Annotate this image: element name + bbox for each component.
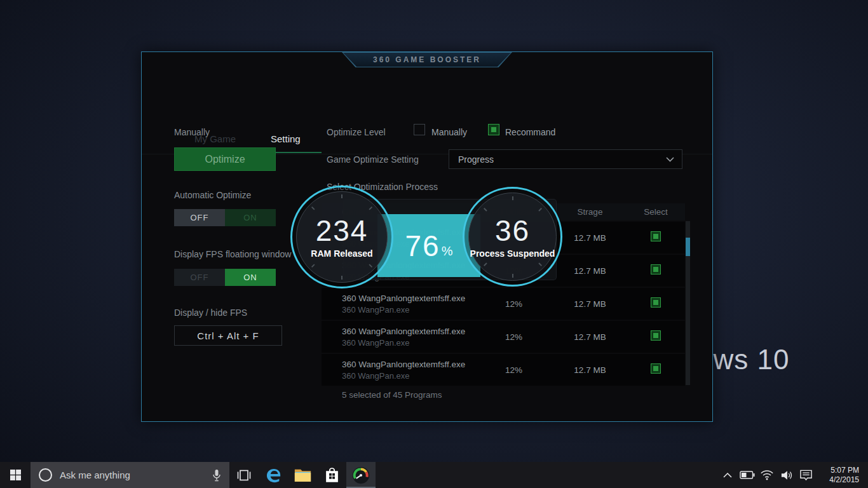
windows-store-icon <box>324 467 340 483</box>
optimize-level-label: Optimize Level <box>327 127 386 137</box>
fps-hotkey-button[interactable]: Ctrl + Alt + F <box>174 325 282 346</box>
game-optimize-setting-dropdown[interactable]: Progress <box>449 149 682 169</box>
chevron-down-icon <box>666 157 674 162</box>
tab-setting[interactable]: Setting <box>271 133 301 144</box>
cpu-value: 12% <box>474 365 553 375</box>
gauge-tick <box>341 194 342 198</box>
volume-icon <box>780 470 794 481</box>
row-select-checkbox[interactable] <box>651 264 661 274</box>
file-explorer-icon <box>294 468 311 482</box>
game-optimize-setting-label: Game Optimize Setting <box>327 154 419 165</box>
cpu-value: 12% <box>474 332 553 342</box>
action-center-icon <box>799 469 813 481</box>
battery-status[interactable] <box>737 471 757 479</box>
table-row[interactable]: 360 WangPanlongtextemfsff.exe360 WangPan… <box>322 354 685 386</box>
task-view-button[interactable] <box>229 462 259 488</box>
ram-released-label: RAM Released <box>311 248 372 259</box>
row-select-checkbox[interactable] <box>651 330 661 341</box>
gauge-tick <box>341 276 342 280</box>
process-suspended-label: Process Suspended <box>470 248 555 259</box>
tray-expand-button[interactable] <box>717 473 737 478</box>
edge-icon <box>265 466 282 484</box>
cortana-icon <box>39 468 52 482</box>
optimize-button[interactable]: Optimize <box>174 147 276 171</box>
manually-section-label: Manually <box>174 127 210 137</box>
gauge-tick <box>512 274 513 278</box>
ram-released-value: 234 <box>316 215 369 246</box>
row-select-checkbox[interactable] <box>651 363 661 374</box>
gauge-tick <box>369 264 372 268</box>
file-explorer-button[interactable] <box>288 462 317 488</box>
clock-date: 4/2/2015 <box>818 475 859 485</box>
battery-icon <box>740 471 755 479</box>
automatic-optimize-toggle[interactable]: OFF ON <box>174 209 276 226</box>
row-select-checkbox[interactable] <box>651 297 661 308</box>
taskbar-clock[interactable]: 5:07 PM 4/2/2015 <box>818 466 859 485</box>
process-subname: 360 WangPan.exe <box>342 305 474 315</box>
fps-floating-window-toggle[interactable]: OFF ON <box>174 269 276 286</box>
toggle-off-option[interactable]: OFF <box>174 209 225 226</box>
gauge-tick <box>311 207 315 210</box>
table-scrollbar[interactable] <box>686 221 690 385</box>
storage-value: 12.7 MB <box>553 332 627 342</box>
ram-released-gauge: 234 RAM Released <box>290 186 393 288</box>
storage-value: 12.7 MB <box>553 266 627 276</box>
progress-percent-unit: % <box>442 244 453 259</box>
search-placeholder: Ask me anything <box>60 470 212 480</box>
volume-status[interactable] <box>776 470 796 481</box>
system-tray: 5:07 PM 4/2/2015 <box>717 462 868 488</box>
process-suspended-value: 36 <box>495 215 530 246</box>
toggle-on-option[interactable]: ON <box>225 209 276 226</box>
toggle-on-option[interactable]: ON <box>225 269 276 286</box>
search-input[interactable]: Ask me anything <box>31 462 229 488</box>
fps-floating-window-label: Display FPS floationg window <box>174 249 291 259</box>
process-suspended-gauge: 36 Process Suspended <box>463 187 562 287</box>
recommand-checkbox[interactable] <box>488 124 499 135</box>
storage-value: 12.7 MB <box>553 299 627 309</box>
gauge-tick <box>369 207 372 210</box>
process-name: 360 WangPanlongtextemfsff.exe <box>342 360 474 369</box>
microphone-icon[interactable] <box>212 469 221 482</box>
header-strage: Strage <box>553 207 627 217</box>
automatic-optimize-label: Automatic Optimize <box>174 190 251 200</box>
progress-percent-value: 76 <box>405 229 440 263</box>
gauge-tick <box>484 208 487 212</box>
action-center-button[interactable] <box>796 469 816 481</box>
row-select-checkbox[interactable] <box>651 231 661 241</box>
gauge-tick <box>484 262 487 266</box>
toggle-off-option[interactable]: OFF <box>174 269 225 286</box>
tray-expand-icon <box>723 473 732 478</box>
table-row[interactable]: 360 WangPanlongtextemfsff.exe360 WangPan… <box>322 288 685 320</box>
desktop-background: ows 10 360 GAME BOOSTER My Game Setting … <box>0 0 868 488</box>
game-booster-taskbar-button[interactable] <box>346 462 376 488</box>
process-subname: 360 WangPan.exe <box>342 338 474 348</box>
clock-time: 5:07 PM <box>818 466 859 475</box>
task-view-icon <box>236 469 252 482</box>
storage-value: 12.7 MB <box>553 233 627 243</box>
gauge-tick <box>512 196 513 200</box>
table-row[interactable]: 360 WangPanlongtextemfsff.exe360 WangPan… <box>322 321 685 353</box>
process-name: 360 WangPanlongtextemfsff.exe <box>342 294 474 303</box>
game-booster-icon <box>352 466 370 484</box>
wifi-status[interactable] <box>757 470 776 480</box>
display-hide-fps-label: Display / hide FPS <box>174 308 247 318</box>
dropdown-selected-value: Progress <box>458 154 666 165</box>
taskbar: Ask me anything <box>0 462 868 488</box>
edge-button[interactable] <box>259 462 288 488</box>
process-subname: 360 WangPan.exe <box>342 371 474 381</box>
wifi-icon <box>760 470 774 480</box>
gauge-tick <box>311 264 315 268</box>
start-icon <box>10 470 21 480</box>
gauge-tick <box>538 262 542 266</box>
process-name: 360 WangPanlongtextemfsff.exe <box>342 327 474 336</box>
window-title: 360 GAME BOOSTER <box>373 55 481 64</box>
manually-checkbox[interactable] <box>414 124 425 135</box>
start-button[interactable] <box>0 462 31 488</box>
manually-checkbox-label: Manually <box>431 127 467 137</box>
cpu-value: 12% <box>474 299 553 309</box>
selection-status-text: 5 selected of 45 Programs <box>342 390 442 400</box>
title-banner: 360 GAME BOOSTER <box>342 52 512 67</box>
windows-store-button[interactable] <box>317 462 346 488</box>
storage-value: 12.7 MB <box>553 365 627 375</box>
scrollbar-thumb[interactable] <box>686 238 690 256</box>
